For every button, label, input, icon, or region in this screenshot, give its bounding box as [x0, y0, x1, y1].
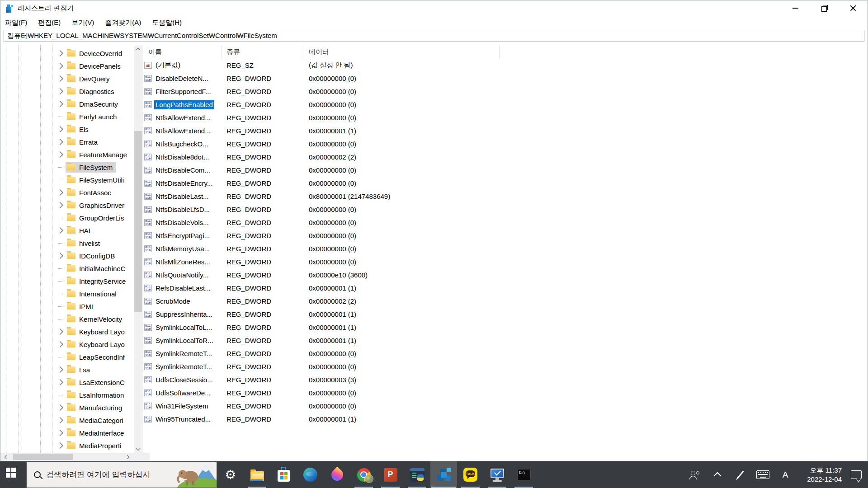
registry-value-row[interactable]: (기본값) REG_SZ (값 설정 안 됨): [142, 59, 868, 72]
tree-item[interactable]: DmaSecurity: [0, 98, 134, 110]
tree-item-body[interactable]: FeatureManage: [66, 150, 131, 160]
tree-expand-toggle[interactable]: [57, 290, 65, 298]
tree-item[interactable]: MediaInterface: [0, 427, 134, 439]
tree-item-body[interactable]: DevQuery: [66, 74, 113, 84]
tree-expand-toggle[interactable]: [57, 353, 65, 361]
tree-item-body[interactable]: FileSystem: [66, 162, 116, 173]
settings-button[interactable]: [217, 461, 244, 488]
tree-item[interactable]: FontAssoc: [0, 186, 134, 199]
value-name-cell[interactable]: SymlinkLocalToR...: [142, 336, 222, 345]
menu-item[interactable]: 보기(V): [71, 19, 94, 27]
registry-value-row[interactable]: NtfsEncryptPagi... REG_DWORD 0x00000000 …: [142, 229, 868, 242]
tree-item-body[interactable]: LsaExtensionC: [66, 377, 128, 388]
tree-item-body[interactable]: FontAssoc: [66, 188, 115, 198]
tree-item-body[interactable]: DevicePanels: [66, 61, 124, 71]
tree-item-body[interactable]: GroupOrderLis: [66, 213, 127, 223]
tree-item[interactable]: InitialMachineC: [0, 262, 134, 275]
registry-value-row[interactable]: SymlinkRemoteT... REG_DWORD 0x00000000 (…: [142, 360, 868, 373]
tree-item-body[interactable]: Diagnostics: [66, 86, 118, 97]
minimize-button[interactable]: [781, 0, 810, 16]
value-name-cell[interactable]: NtfsDisable8dot...: [142, 153, 222, 162]
registry-value-row[interactable]: SymlinkLocalToR... REG_DWORD 0x00000001 …: [142, 334, 868, 347]
value-name-cell[interactable]: Win95Truncated...: [142, 415, 222, 424]
value-name-cell[interactable]: RefsDisableLast...: [142, 284, 222, 293]
registry-value-row[interactable]: NtfsAllowExtend... REG_DWORD 0x00000001 …: [142, 124, 868, 137]
tree-item-body[interactable]: Keyboard Layo: [66, 339, 128, 350]
tree-item[interactable]: International: [0, 287, 134, 300]
registry-value-row[interactable]: NtfsMftZoneRes... REG_DWORD 0x00000000 (…: [142, 255, 868, 268]
tree-item[interactable]: hivelist: [0, 237, 134, 249]
tree-item-body[interactable]: Els: [66, 124, 92, 135]
registry-value-row[interactable]: NtfsBugcheckO... REG_DWORD 0x00000000 (0…: [142, 137, 868, 150]
tree-item[interactable]: DevicePanels: [0, 60, 134, 72]
menu-item[interactable]: 편집(E): [38, 19, 61, 27]
tree-item-body[interactable]: KernelVelocity: [66, 314, 126, 324]
registry-value-row[interactable]: UdfsSoftwareDe... REG_DWORD 0x00000000 (…: [142, 386, 868, 399]
registry-value-row[interactable]: NtfsAllowExtend... REG_DWORD 0x00000000 …: [142, 111, 868, 124]
value-name-cell[interactable]: SymlinkRemoteT...: [142, 349, 222, 358]
value-name-cell[interactable]: ScrubMode: [142, 297, 222, 306]
tree-expand-toggle[interactable]: [57, 416, 65, 424]
tree-expand-toggle[interactable]: [57, 340, 65, 348]
tree-item[interactable]: KernelVelocity: [0, 313, 134, 325]
registry-value-row[interactable]: NtfsDisableVols... REG_DWORD 0x00000000 …: [142, 216, 868, 229]
tree-vertical-scrollbar[interactable]: [134, 45, 142, 453]
column-header-type[interactable]: 종류: [222, 45, 303, 59]
value-name-cell[interactable]: NtfsDisableVols...: [142, 218, 222, 227]
column-header-name[interactable]: 이름: [142, 45, 222, 59]
value-name-cell[interactable]: NtfsAllowExtend...: [142, 127, 222, 136]
value-name-cell[interactable]: NtfsEncryptPagi...: [142, 231, 222, 240]
tree-item[interactable]: Els: [0, 123, 134, 136]
tree-expand-toggle[interactable]: [57, 214, 65, 222]
registry-value-row[interactable]: Win95Truncated... REG_DWORD 0x00000001 (…: [142, 413, 868, 426]
registry-value-row[interactable]: UdfsCloseSessio... REG_DWORD 0x00000003 …: [142, 373, 868, 386]
registry-value-row[interactable]: NtfsDisableLast... REG_DWORD 0x80000001 …: [142, 190, 868, 203]
tree-expand-toggle[interactable]: [57, 441, 65, 450]
value-name-cell[interactable]: NtfsDisableLfsD...: [142, 205, 222, 214]
tree-item[interactable]: MediaProperti: [0, 439, 134, 452]
registry-value-row[interactable]: NtfsMemoryUsa... REG_DWORD 0x00000000 (0…: [142, 242, 868, 255]
tree-item[interactable]: Keyboard Layo: [0, 325, 134, 338]
taskbar-edge-button[interactable]: [297, 461, 324, 488]
tree-expand-toggle[interactable]: [57, 138, 65, 146]
tree-expand-toggle[interactable]: [57, 113, 65, 121]
value-name-cell[interactable]: NtfsQuotaNotify...: [142, 271, 222, 280]
taskbar-pccheck-button[interactable]: [484, 461, 510, 488]
registry-value-row[interactable]: NtfsDisable8dot... REG_DWORD 0x00000002 …: [142, 150, 868, 164]
menu-item[interactable]: 도움말(H): [152, 19, 182, 27]
value-name-cell[interactable]: UdfsSoftwareDe...: [142, 389, 222, 398]
tree-item[interactable]: LeapSecondInf: [0, 351, 134, 363]
tree-expand-toggle[interactable]: [57, 391, 65, 399]
tree-expand-toggle[interactable]: [57, 87, 65, 95]
registry-value-row[interactable]: NtfsDisableLfsD... REG_DWORD 0x00000000 …: [142, 203, 868, 216]
tree-item-body[interactable]: Lsa: [66, 365, 94, 375]
tree-expand-toggle[interactable]: [57, 264, 65, 272]
tree-item[interactable]: IPMI: [0, 300, 134, 313]
registry-value-row[interactable]: ScrubMode REG_DWORD 0x00000002 (2): [142, 295, 868, 308]
tree-item-body[interactable]: International: [66, 289, 120, 299]
tree-item[interactable]: DevQuery: [0, 72, 134, 85]
tree-item-body[interactable]: InitialMachineC: [66, 263, 129, 274]
tree-expand-toggle[interactable]: [57, 239, 65, 247]
touch-keyboard-button[interactable]: [751, 461, 774, 488]
value-name-cell[interactable]: NtfsMftZoneRes...: [142, 258, 222, 267]
scroll-up-arrow[interactable]: [134, 45, 142, 53]
tree-item[interactable]: GroupOrderLis: [0, 211, 134, 224]
value-name-cell[interactable]: NtfsDisableEncry...: [142, 179, 222, 188]
tree-item[interactable]: FileSystemUtili: [0, 174, 134, 186]
taskbar-store-button[interactable]: [270, 461, 297, 488]
start-button[interactable]: [0, 461, 26, 488]
tree-expand-toggle[interactable]: [57, 252, 65, 260]
tree-expand-toggle[interactable]: [57, 150, 65, 159]
registry-value-row[interactable]: DisableDeleteN... REG_DWORD 0x00000000 (…: [142, 72, 868, 85]
registry-value-row[interactable]: LongPathsEnabled REG_DWORD 0x00000000 (0…: [142, 98, 868, 111]
tree-item[interactable]: Lsa: [0, 363, 134, 376]
horizontal-scroll-thumb[interactable]: [13, 454, 73, 460]
tree-expand-toggle[interactable]: [57, 226, 65, 235]
value-name-cell[interactable]: DisableDeleteN...: [142, 74, 222, 83]
value-name-cell[interactable]: NtfsBugcheckO...: [142, 140, 222, 149]
tree-item[interactable]: EarlyLaunch: [0, 110, 134, 123]
tree-item[interactable]: FeatureManage: [0, 148, 134, 161]
tree-item-body[interactable]: GraphicsDriver: [66, 200, 128, 211]
taskbar-chrome-button[interactable]: [350, 461, 377, 488]
